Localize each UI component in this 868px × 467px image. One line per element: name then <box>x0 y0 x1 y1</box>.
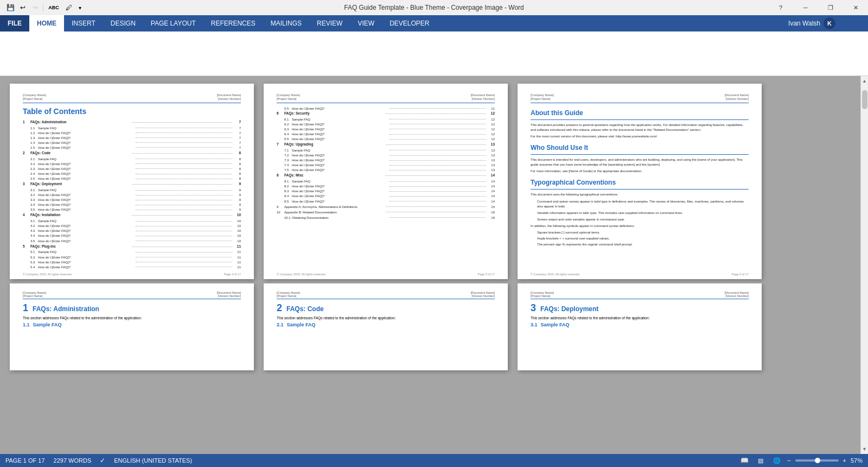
chapter-body-4: This section addresses FAQs related to t… <box>23 316 241 320</box>
scroll-thumb[interactable] <box>862 90 867 109</box>
doc-area: ▲ ▼ [Company Name][Project Name] [Docume… <box>0 76 868 454</box>
minimize-button[interactable]: ─ <box>793 0 818 15</box>
who-title: Who Should Use It <box>531 143 749 152</box>
typo-bullet-7: The percent sign % represents the regula… <box>537 242 749 247</box>
chapter-body-5: This section addresses FAQs related to t… <box>277 316 495 320</box>
typo-bullet-6: Angle brackets < > surround user-supplie… <box>537 236 749 241</box>
ribbon-tab-row: FILE HOME INSERT DESIGN PAGE LAYOUT REFE… <box>0 15 868 31</box>
page-footer-1: © Company 2015. All rights reserved. Pag… <box>23 273 241 276</box>
about-body-2: For the most current version of this doc… <box>531 134 749 139</box>
chapter-title-6: FAQs: Deployment <box>540 305 598 313</box>
page-3: [Company Name][Project Name] [Document N… <box>518 84 762 279</box>
who-body-1: This document is intended for end users,… <box>531 157 749 167</box>
top-page-row: [Company Name][Project Name] [Document N… <box>0 76 868 283</box>
chapter-body-6: This section addresses FAQs related to t… <box>531 316 749 320</box>
tab-developer[interactable]: DEVELOPER <box>382 15 437 31</box>
toc-title: Table of Contents <box>23 106 241 117</box>
bottom-page-row: [Company Name][Project Name] [Document N… <box>0 283 868 375</box>
typo-body-1: This document uses the following typogra… <box>531 192 749 197</box>
window-controls: ? ─ ❐ ✕ <box>768 0 868 15</box>
page-footer-3: © Company 2015. All rights reserved. Pag… <box>531 273 749 276</box>
user-name: Ivan Walsh <box>788 20 820 27</box>
typo-bullet-4: In addition, the following symbols appea… <box>531 224 749 229</box>
language: ENGLISH (UNITED STATES) <box>114 457 192 464</box>
chapter-title-5: FAQs: Code <box>286 305 324 313</box>
status-bar: PAGE 1 OF 17 2297 WORDS ✓ ENGLISH (UNITE… <box>0 454 868 467</box>
tab-file[interactable]: FILE <box>0 15 29 31</box>
tab-home[interactable]: HOME <box>29 15 64 31</box>
chapter-header-4: 1 FAQs: Administration <box>23 302 241 314</box>
page-header-3: [Company Name][Project Name] [Document N… <box>531 93 749 103</box>
restore-button[interactable]: ❐ <box>818 0 843 15</box>
page-header-4: [Company Name][Project Name] [Document N… <box>23 291 241 299</box>
page-header-2: [Company Name][Project Name] [Document N… <box>277 93 495 103</box>
help-button[interactable]: ? <box>768 0 793 15</box>
about-body-1: This document provides answers to genera… <box>531 123 749 132</box>
status-right: 📖 ▤ 🌐 − + 57% <box>738 456 863 465</box>
toc-item: 1 FAQs: Administration 7 <box>23 120 241 125</box>
typo-title: Typographical Conventions <box>531 178 749 187</box>
user-area: Ivan Walsh K <box>788 17 868 29</box>
chapter-header-6: 3 FAQs: Deployment <box>531 302 749 314</box>
web-layout-button[interactable]: 🌐 <box>771 456 783 465</box>
page-1: [Company Name][Project Name] [Document N… <box>10 84 254 279</box>
page-4: [Company Name][Project Name] [Document N… <box>10 283 254 370</box>
redo-icon[interactable]: ↪ <box>29 2 41 14</box>
page-info: PAGE 1 OF 17 <box>5 457 45 464</box>
typo-bullet-3: Screen output and code samples appear in… <box>537 217 749 222</box>
read-mode-button[interactable]: 📖 <box>738 456 750 465</box>
spell-check-icon[interactable]: ✓ <box>100 457 105 464</box>
title-bar: 💾 ↩ ↪ ABC 🖊 ▾ FAQ Guide Template - Blue … <box>0 0 868 15</box>
typo-bullet-5: Square brackets [ ] surround optional it… <box>537 230 749 235</box>
chapter-num-4: 1 <box>23 302 28 314</box>
tab-mailings[interactable]: MAILINGS <box>263 15 309 31</box>
customize-icon[interactable]: ▾ <box>75 2 84 14</box>
scroll-up-arrow[interactable]: ▲ <box>861 76 869 86</box>
about-title: About this Guide <box>531 109 749 117</box>
sub-heading-6: 3.1 Sample FAQ <box>531 322 749 327</box>
chapter-title-4: FAQs: Administration <box>33 305 99 313</box>
sub-heading-4: 1.1 Sample FAQ <box>23 322 241 327</box>
word-count: 2297 WORDS <box>54 457 92 464</box>
tab-review[interactable]: REVIEW <box>309 15 350 31</box>
tab-view[interactable]: VIEW <box>350 15 382 31</box>
undo-icon[interactable]: ↩ <box>17 2 29 14</box>
tab-insert[interactable]: INSERT <box>64 15 103 31</box>
print-layout-button[interactable]: ▤ <box>755 456 767 465</box>
avatar: K <box>824 17 835 29</box>
zoom-level: 57% <box>851 457 863 464</box>
page-footer-2: © Company 2015. All rights reserved. Pag… <box>277 273 495 276</box>
chapter-header-5: 2 FAQs: Code <box>277 302 495 314</box>
page-header-6: [Company Name][Project Name] [Document N… <box>531 291 749 299</box>
ribbon: FILE HOME INSERT DESIGN PAGE LAYOUT REFE… <box>0 15 868 76</box>
close-button[interactable]: ✕ <box>843 0 868 15</box>
scroll-down-arrow[interactable]: ▼ <box>861 444 869 454</box>
ribbon-content <box>0 31 868 76</box>
zoom-slider[interactable] <box>795 459 839 462</box>
page-6: [Company Name][Project Name] [Document N… <box>518 283 762 370</box>
save-icon[interactable]: 💾 <box>4 2 16 14</box>
scrollbar[interactable]: ▲ ▼ <box>860 76 868 454</box>
page-2: [Company Name][Project Name] [Document N… <box>264 84 508 279</box>
typo-bullet-1: Command and option names appear in bold … <box>537 199 749 209</box>
window-title: FAQ Guide Template - Blue Theme - Coverp… <box>344 4 524 11</box>
spelling-icon[interactable]: ABC <box>45 2 62 14</box>
typo-bullet-2: Variable information appears in italic t… <box>537 211 749 216</box>
tab-design[interactable]: DESIGN <box>103 15 143 31</box>
chapter-num-5: 2 <box>277 302 282 314</box>
sub-heading-5: 2.1 Sample FAQ <box>277 322 495 327</box>
who-body-2: For more information, see [Name of Guide… <box>531 169 749 174</box>
page-5: [Company Name][Project Name] [Document N… <box>264 283 508 370</box>
zoom-thumb[interactable] <box>815 458 820 463</box>
quick-access-toolbar: 💾 ↩ ↪ ABC 🖊 ▾ <box>4 2 84 14</box>
page-header-1: [Company Name][Project Name] [Document N… <box>23 93 241 103</box>
zoom-in-icon[interactable]: + <box>843 457 846 464</box>
tab-page-layout[interactable]: PAGE LAYOUT <box>143 15 203 31</box>
tab-references[interactable]: REFERENCES <box>203 15 263 31</box>
divider <box>43 4 43 11</box>
chapter-num-6: 3 <box>531 302 536 314</box>
format-paint-icon[interactable]: 🖊 <box>63 2 75 14</box>
zoom-out-icon[interactable]: − <box>787 457 790 464</box>
page-header-5: [Company Name][Project Name] [Document N… <box>277 291 495 299</box>
